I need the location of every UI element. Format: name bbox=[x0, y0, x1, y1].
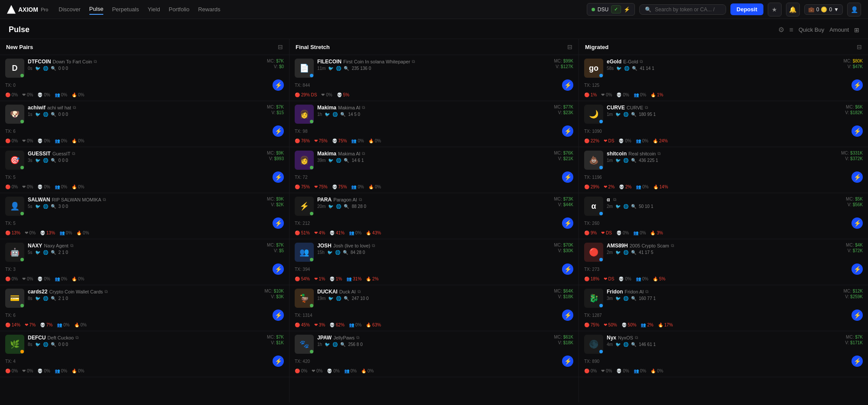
copy-icon[interactable]: ⧉ bbox=[412, 59, 415, 64]
link-icon[interactable]: 🐦 bbox=[35, 112, 40, 117]
list-item[interactable]: ⚡ PARA Paragon AI ⧉ 20m 🐦 🌐 🔍 88 28 0 bbox=[289, 193, 579, 239]
wallet-count-badge[interactable]: 💼 0 🪙 0 ▼ bbox=[804, 4, 843, 15]
copy-icon[interactable]: ⧉ bbox=[640, 59, 643, 64]
list-item[interactable]: 💩 shitcoin Real shitcoin ⧉ 1m 🐦 🌐 🔍 43 bbox=[579, 147, 868, 193]
buy-button[interactable]: ⚡ bbox=[852, 171, 863, 183]
search-icon[interactable]: 🔍 bbox=[51, 296, 56, 301]
search-icon[interactable]: 🔍 bbox=[344, 204, 349, 209]
list-item[interactable]: D DTFCOIN Down To Fart Coin ⧉ 0s 🐦 🌐 🔍 bbox=[0, 55, 289, 101]
list-item[interactable]: 🐾 JPAW JellyPaws ⧉ 1h 🐦 🌐 🔍 256 8 0 bbox=[289, 331, 579, 377]
list-item[interactable]: 👩 Makima Makima AI ⧉ 39m 🐦 🌐 🔍 14 6 1 bbox=[289, 147, 579, 193]
search-icon[interactable]: 🔍 bbox=[51, 204, 56, 209]
search-icon[interactable]: 🔍 bbox=[631, 342, 636, 347]
search-icon[interactable]: 🔍 bbox=[51, 112, 56, 117]
link-icon[interactable]: 🐦 bbox=[35, 158, 40, 163]
globe-icon[interactable]: 🌐 bbox=[336, 158, 341, 163]
buy-button[interactable]: ⚡ bbox=[852, 125, 863, 137]
link-icon[interactable]: 🐦 bbox=[35, 66, 40, 71]
list-item[interactable]: 💳 cards22 Crypto Coin Wallet Cards ⧉ 8s … bbox=[0, 285, 289, 331]
wallet-badge[interactable]: DSU ✓ ⚡ bbox=[587, 3, 635, 16]
search-icon[interactable]: 🔍 bbox=[632, 66, 637, 71]
buy-button[interactable]: ⚡ bbox=[562, 356, 573, 367]
column-filter-icon-migrated[interactable]: ⊟ bbox=[857, 43, 862, 50]
list-item[interactable]: 🎯 GUESSIT GuessIT ⧉ 3s 🐦 🌐 🔍 0 0 0 bbox=[0, 147, 289, 193]
copy-icon[interactable]: ⧉ bbox=[635, 335, 638, 340]
copy-icon[interactable]: ⧉ bbox=[372, 243, 375, 248]
list-item[interactable]: go eGold E-Gold ⧉ 58s 🐦 🌐 🔍 41 14 1 bbox=[579, 55, 868, 101]
link-icon[interactable]: 🐦 bbox=[327, 250, 332, 255]
view-toggle-icon[interactable]: ⊞ bbox=[854, 26, 859, 33]
search-icon[interactable]: 🔍 bbox=[343, 250, 348, 255]
copy-icon[interactable]: ⧉ bbox=[671, 243, 674, 248]
star-icon[interactable]: ★ bbox=[768, 3, 782, 16]
link-icon[interactable]: 🐦 bbox=[325, 342, 330, 347]
logo[interactable]: AXIOM Pro bbox=[7, 5, 48, 14]
deposit-button[interactable]: Deposit bbox=[730, 3, 763, 15]
buy-button[interactable]: ⚡ bbox=[273, 263, 284, 275]
globe-icon[interactable]: 🌐 bbox=[336, 204, 341, 209]
link-icon[interactable]: 🐦 bbox=[616, 66, 621, 71]
buy-button[interactable]: ⚡ bbox=[562, 217, 573, 229]
globe-icon[interactable]: 🌐 bbox=[623, 296, 628, 301]
buy-button[interactable]: ⚡ bbox=[273, 79, 284, 91]
copy-icon[interactable]: ⧉ bbox=[613, 197, 616, 202]
link-icon[interactable]: 🐦 bbox=[615, 296, 621, 301]
copy-icon[interactable]: ⧉ bbox=[362, 151, 365, 156]
buy-button[interactable]: ⚡ bbox=[273, 356, 284, 367]
copy-icon[interactable]: ⧉ bbox=[658, 151, 661, 156]
buy-button[interactable]: ⚡ bbox=[273, 310, 284, 321]
globe-icon[interactable]: 🌐 bbox=[335, 250, 340, 255]
globe-icon[interactable]: 🌐 bbox=[332, 342, 338, 347]
filter-icon[interactable]: ≡ bbox=[789, 26, 793, 34]
search-icon[interactable]: 🔍 bbox=[340, 112, 345, 117]
nav-perpetuals[interactable]: Perpetuals bbox=[112, 4, 139, 14]
copy-icon[interactable]: ⧉ bbox=[70, 243, 73, 248]
search-icon[interactable]: 🔍 bbox=[344, 66, 349, 71]
link-icon[interactable]: 🐦 bbox=[35, 204, 40, 209]
buy-button[interactable]: ⚡ bbox=[562, 310, 573, 321]
link-icon[interactable]: 🐦 bbox=[35, 296, 40, 301]
buy-button[interactable]: ⚡ bbox=[852, 263, 863, 275]
copy-icon[interactable]: ⧉ bbox=[94, 59, 97, 64]
list-item[interactable]: 🌑 Nyx NyxOS ⧉ 4m 🐦 🌐 🔍 146 61 1 bbox=[579, 331, 868, 377]
settings-icon[interactable]: ⚙ bbox=[778, 26, 784, 34]
globe-icon[interactable]: 🌐 bbox=[43, 158, 48, 163]
list-item[interactable]: 🐶 achiwif achi wif hat ⧉ 1s 🐦 🌐 🔍 0 0 bbox=[0, 101, 289, 147]
column-filter-icon-final-stretch[interactable]: ⊟ bbox=[567, 43, 572, 50]
link-icon[interactable]: 🐦 bbox=[328, 296, 333, 301]
globe-icon[interactable]: 🌐 bbox=[43, 296, 48, 301]
list-item[interactable]: 🦆 DUCKAI Duck AI ⧉ 19m 🐦 🌐 🔍 247 10 0 bbox=[289, 285, 579, 331]
copy-icon[interactable]: ⧉ bbox=[76, 335, 79, 340]
globe-icon[interactable]: 🌐 bbox=[332, 112, 338, 117]
copy-icon[interactable]: ⧉ bbox=[362, 105, 365, 110]
globe-icon[interactable]: 🌐 bbox=[623, 204, 628, 209]
globe-icon[interactable]: 🌐 bbox=[43, 112, 48, 117]
list-item[interactable]: 👤 SALWAN RIP SALWAN MOMIKA ⧉ 5s 🐦 🌐 🔍 bbox=[0, 193, 289, 239]
nav-rewards[interactable]: Rewards bbox=[198, 4, 220, 14]
copy-icon[interactable]: ⧉ bbox=[358, 289, 361, 294]
buy-button[interactable]: ⚡ bbox=[562, 79, 573, 91]
search-icon[interactable]: 🔍 bbox=[631, 296, 636, 301]
search-icon[interactable]: 🔍 bbox=[51, 158, 56, 163]
search-icon[interactable]: 🔍 bbox=[51, 342, 56, 347]
link-icon[interactable]: 🐦 bbox=[35, 342, 40, 347]
link-icon[interactable]: 🐦 bbox=[615, 158, 621, 163]
column-filter-icon-new-pairs[interactable]: ⊟ bbox=[278, 43, 283, 50]
globe-icon[interactable]: 🌐 bbox=[43, 204, 48, 209]
copy-icon[interactable]: ⧉ bbox=[356, 335, 359, 340]
copy-icon[interactable]: ⧉ bbox=[105, 289, 108, 294]
globe-icon[interactable]: 🌐 bbox=[623, 342, 628, 347]
search-icon[interactable]: 🔍 bbox=[631, 158, 636, 163]
link-icon[interactable]: 🐦 bbox=[615, 204, 621, 209]
globe-icon[interactable]: 🌐 bbox=[43, 66, 48, 71]
search-icon[interactable]: 🔍 bbox=[631, 204, 636, 209]
list-item[interactable]: 🌿 DEFCU Deft Cuckoo ⧉ 8s 🐦 🌐 🔍 0 0 0 bbox=[0, 331, 289, 377]
nav-portfolio[interactable]: Portfolio bbox=[169, 4, 190, 14]
buy-button[interactable]: ⚡ bbox=[562, 171, 573, 183]
link-icon[interactable]: 🐦 bbox=[328, 204, 333, 209]
link-icon[interactable]: 🐦 bbox=[328, 66, 333, 71]
copy-icon[interactable]: ⧉ bbox=[645, 105, 648, 110]
nav-discover[interactable]: Discover bbox=[59, 4, 81, 14]
buy-button[interactable]: ⚡ bbox=[273, 217, 284, 229]
list-item[interactable]: 🤖 NAXY Naxy Agent ⧉ 5s 🐦 🌐 🔍 2 1 0 bbox=[0, 239, 289, 285]
